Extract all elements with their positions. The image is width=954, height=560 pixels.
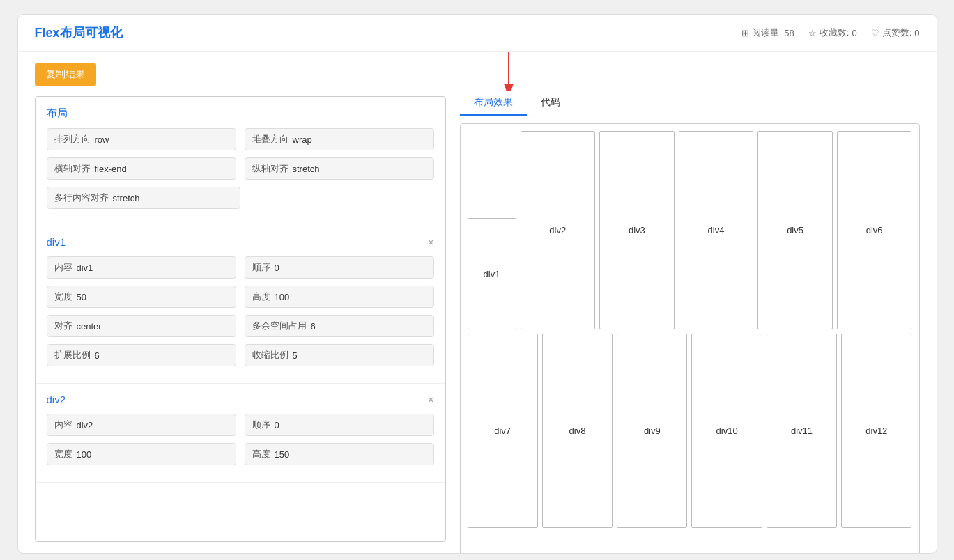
field-wrap-value: wrap	[293, 134, 312, 145]
field-align-label: 纵轴对齐	[252, 162, 288, 175]
div1-flex-grow-label: 扩展比例	[54, 349, 91, 361]
field-justify-label: 横轴对齐	[54, 162, 91, 175]
flex-item-div3: div3	[599, 131, 675, 329]
flex-item-div6: div6	[837, 131, 912, 329]
div2-height-field: 高度 150	[245, 443, 434, 465]
div2-row-2: 宽度 100 高度 150	[47, 443, 434, 465]
div2-header: div2 ×	[47, 394, 434, 405]
tabs: 布局效果 代码	[460, 91, 920, 116]
div2-width-label: 宽度	[54, 448, 72, 460]
flex-item-div9: div9	[617, 334, 687, 528]
div1-flex-grow-field: 扩展比例 6	[47, 344, 236, 366]
div1-header: div1 ×	[47, 236, 434, 248]
div1-width-value: 50	[77, 292, 86, 302]
div1-flex-shrink-value: 5	[293, 350, 298, 361]
tab-layout-effect[interactable]: 布局效果	[460, 91, 527, 116]
field-align-value: stretch	[293, 164, 320, 174]
favorites-stat: ☆ 收藏数: 0	[808, 26, 857, 39]
arrow-svg-top	[481, 49, 537, 91]
flex-item-div2: div2	[521, 131, 596, 329]
div1-align-field: 对齐 center	[47, 315, 236, 337]
likes-label: 点赞数:	[882, 26, 912, 39]
div1-section: div1 × 内容 div1 顺序 0	[36, 226, 445, 384]
likes-value: 0	[914, 28, 919, 38]
div2-content-field: 内容 div2	[47, 414, 236, 436]
div2-order-label: 顺序	[252, 419, 270, 431]
field-direction-label: 排列方向	[54, 133, 91, 146]
views-stat: ⊞ 阅读量: 58	[741, 26, 794, 39]
field-wrap-label: 堆叠方向	[252, 133, 288, 146]
div2-width-value: 100	[77, 449, 92, 460]
div1-row-1: 内容 div1 顺序 0	[47, 256, 434, 279]
div1-height-value: 100	[275, 292, 290, 302]
layout-row-2: 横轴对齐 flex-end 纵轴对齐 stretch	[47, 157, 434, 180]
div2-close-button[interactable]: ×	[428, 394, 433, 405]
views-icon: ⊞	[741, 28, 749, 38]
div2-height-value: 150	[275, 449, 290, 460]
likes-stat: ♡ 点赞数: 0	[871, 26, 920, 39]
div1-row-4: 扩展比例 6 收缩比例 5	[47, 344, 434, 366]
div2-row-1: 内容 div2 顺序 0	[47, 414, 434, 436]
div1-align-value: center	[77, 321, 102, 332]
flex-item-div12: div12	[841, 334, 911, 528]
flex-item-div7: div7	[468, 334, 538, 528]
div1-content-value: div1	[77, 263, 93, 273]
div2-content-value: div2	[77, 420, 93, 430]
field-direction-value: row	[95, 134, 109, 145]
field-wrap: 堆叠方向 wrap	[245, 128, 434, 150]
div1-row-3: 对齐 center 多余空间占用 6	[47, 315, 434, 337]
copy-button[interactable]: 复制结果	[35, 63, 96, 86]
header-stats: ⊞ 阅读量: 58 ☆ 收藏数: 0 ♡ 点赞数: 0	[741, 26, 920, 39]
field-align: 纵轴对齐 stretch	[245, 157, 434, 180]
right-panel: 布局效果 代码 div1 div2 div3 div4 div5 div6 di…	[460, 63, 920, 542]
layout-row-1: 排列方向 row 堆叠方向 wrap	[47, 128, 434, 150]
div2-title: div2	[47, 394, 66, 405]
main-content: 复制结果 布局 排列方向 row 堆叠方向 wrap	[18, 52, 937, 553]
page-container: Flex布局可视化 ⊞ 阅读量: 58 ☆ 收藏数: 0 ♡ 点赞数: 0 复制…	[17, 14, 937, 554]
field-align-content-value: stretch	[113, 193, 140, 203]
field-justify-value: flex-end	[95, 164, 127, 174]
div2-order-field: 顺序 0	[245, 414, 434, 436]
div1-order-field: 顺序 0	[245, 256, 434, 279]
star-icon: ☆	[808, 28, 817, 38]
div1-flex-shrink-field: 收缩比例 5	[245, 344, 434, 366]
arrow-area-top	[460, 63, 920, 91]
flex-item-div11: div11	[767, 334, 837, 528]
div1-width-field: 宽度 50	[47, 286, 236, 308]
div2-content-label: 内容	[54, 419, 72, 431]
favorites-value: 0	[852, 28, 856, 38]
flex-item-div10: div10	[691, 334, 762, 528]
views-value: 58	[784, 28, 794, 38]
preview-area: div1 div2 div3 div4 div5 div6 div7 div8 …	[460, 123, 920, 554]
field-direction: 排列方向 row	[47, 128, 236, 150]
layout-section-title: 布局	[47, 107, 434, 120]
div1-close-button[interactable]: ×	[428, 237, 433, 248]
page-title: Flex布局可视化	[35, 24, 123, 41]
field-align-content-label: 多行内容对齐	[54, 192, 109, 204]
div2-section: div2 × 内容 div2 顺序 0	[36, 384, 445, 483]
div1-row-2: 宽度 50 高度 100	[47, 286, 434, 308]
field-justify: 横轴对齐 flex-end	[47, 157, 236, 180]
flex-item-div8: div8	[542, 334, 613, 528]
div1-flex-basis-field: 多余空间占用 6	[245, 315, 434, 337]
favorites-label: 收藏数:	[820, 26, 849, 39]
scrollable-area[interactable]: 布局 排列方向 row 堆叠方向 wrap 横轴对齐	[35, 96, 446, 542]
div2-width-field: 宽度 100	[47, 443, 236, 465]
layout-section: 布局 排列方向 row 堆叠方向 wrap 横轴对齐	[36, 97, 445, 226]
div2-order-value: 0	[275, 420, 279, 430]
div1-flex-basis-label: 多余空间占用	[252, 320, 307, 332]
div1-title: div1	[47, 236, 66, 248]
layout-row-3: 多行内容对齐 stretch	[47, 187, 434, 209]
views-label: 阅读量:	[752, 26, 782, 39]
div1-order-value: 0	[275, 263, 279, 273]
div1-flex-basis-value: 6	[311, 321, 316, 332]
header: Flex布局可视化 ⊞ 阅读量: 58 ☆ 收藏数: 0 ♡ 点赞数: 0	[18, 15, 937, 52]
div1-order-label: 顺序	[252, 261, 270, 274]
div1-width-label: 宽度	[54, 290, 72, 303]
flex-row-1: div1 div2 div3 div4 div5 div6	[461, 124, 919, 329]
div1-flex-grow-value: 6	[95, 350, 100, 361]
tab-code[interactable]: 代码	[527, 91, 574, 116]
flex-item-div4: div4	[679, 131, 754, 329]
field-align-content: 多行内容对齐 stretch	[47, 187, 240, 209]
div1-content-label: 内容	[54, 261, 72, 274]
